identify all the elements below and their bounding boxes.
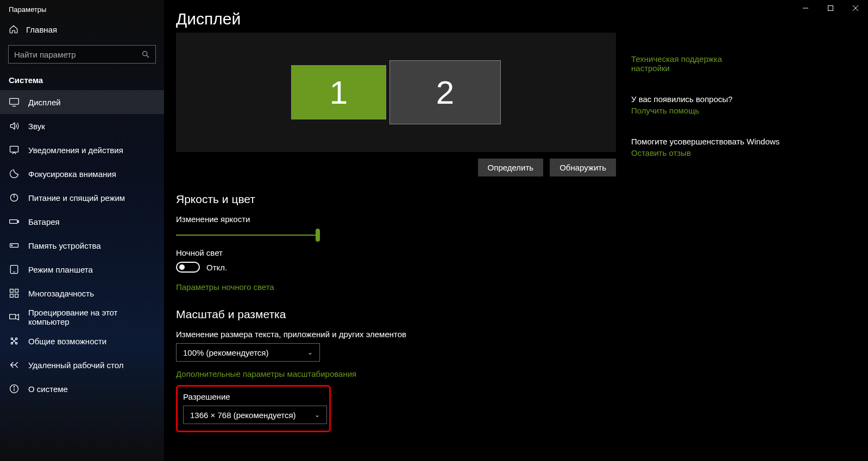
svg-rect-17 [10, 314, 16, 319]
project-icon [9, 312, 20, 323]
chevron-down-icon: ⌄ [307, 349, 313, 356]
nav-multitask[interactable]: Многозадачность [0, 281, 164, 305]
category-header: Система [0, 70, 164, 90]
nav-label: Звук [28, 122, 45, 131]
nav-notifications[interactable]: Уведомления и действия [0, 138, 164, 162]
monitor-2[interactable]: 2 [389, 60, 501, 124]
support-link[interactable]: Техническая поддержка настройки [631, 54, 816, 73]
minimize-button[interactable] [793, 0, 818, 16]
advanced-scale-link[interactable]: Дополнительные параметры масштабирования [176, 369, 356, 378]
search-box[interactable] [8, 45, 156, 64]
svg-rect-26 [828, 6, 833, 11]
svg-rect-8 [18, 220, 19, 222]
svg-rect-13 [10, 289, 14, 293]
main-area: Дисплей 1 2 Определить Обнаружить Яркост… [164, 0, 868, 461]
nav-label: Удаленный рабочий стол [28, 361, 123, 370]
nav-label: Батарея [28, 217, 60, 226]
svg-rect-4 [10, 146, 18, 152]
shared-icon [9, 336, 20, 346]
nav-label: Фокусировка внимания [28, 169, 116, 179]
sidebar: Параметры Главная Система Дисплей Звук У… [0, 0, 164, 461]
power-icon [9, 192, 20, 203]
nav-tablet[interactable]: Режим планшета [0, 257, 164, 281]
nav-label: Режим планшета [28, 265, 93, 274]
display-icon [9, 97, 20, 108]
resolution-highlight-box: Разрешение 1366 × 768 (рекомендуется) ⌄ [176, 385, 331, 432]
svg-point-0 [143, 52, 147, 56]
nav-power[interactable]: Питание и спящий режим [0, 186, 164, 210]
nav-about[interactable]: О системе [0, 377, 164, 401]
search-icon [141, 50, 150, 59]
monitor-arrange-area[interactable]: 1 2 [176, 33, 616, 152]
night-light-label: Ночной свет [176, 248, 631, 257]
storage-icon [9, 240, 20, 251]
scale-label: Изменение размера текста, приложений и д… [176, 330, 631, 339]
multitask-icon [9, 288, 20, 299]
night-light-toggle[interactable] [176, 262, 200, 273]
nav-label: Питание и спящий режим [28, 193, 125, 203]
svg-rect-14 [15, 289, 18, 293]
tablet-icon [9, 264, 20, 275]
svg-point-24 [14, 387, 14, 387]
home-button[interactable]: Главная [0, 18, 164, 41]
nav-battery[interactable]: Батарея [0, 210, 164, 233]
detect-button[interactable]: Обнаружить [550, 159, 616, 176]
svg-line-1 [147, 55, 149, 58]
nav-project[interactable]: Проецирование на этот компьютер [0, 305, 164, 329]
nav-label: Многозадачность [28, 289, 94, 298]
brightness-heading: Яркость и цвет [176, 193, 631, 206]
svg-rect-16 [15, 294, 18, 298]
svg-rect-2 [10, 98, 19, 104]
nav-display[interactable]: Дисплей [0, 90, 164, 114]
resolution-select[interactable]: 1366 × 768 (рекомендуется) ⌄ [183, 406, 327, 424]
remote-icon [9, 359, 20, 370]
chevron-down-icon: ⌄ [315, 411, 320, 419]
sound-icon [9, 121, 20, 131]
nav-label: Дисплей [28, 98, 61, 107]
nav-shared[interactable]: Общие возможности [0, 329, 164, 353]
questions-heading: У вас появились вопросы? [631, 94, 816, 104]
resolution-label: Разрешение [183, 392, 324, 401]
nav-remote[interactable]: Удаленный рабочий стол [0, 353, 164, 377]
monitor-1[interactable]: 1 [291, 65, 386, 119]
search-input[interactable] [9, 50, 141, 59]
nav-label: Проецирование на этот компьютер [28, 308, 155, 326]
feedback-link[interactable]: Оставить отзыв [631, 148, 816, 157]
nav-label: Память устройства [28, 241, 101, 250]
content: Дисплей 1 2 Определить Обнаружить Яркост… [164, 0, 631, 461]
night-light-settings-link[interactable]: Параметры ночного света [176, 282, 274, 292]
page-title: Дисплей [176, 10, 631, 28]
nav-label: Общие возможности [28, 337, 106, 346]
right-panel: Техническая поддержка настройки У вас по… [631, 0, 816, 461]
resolution-value: 1366 × 768 (рекомендуется) [190, 411, 296, 420]
scale-heading: Масштаб и разметка [176, 308, 631, 321]
identify-button[interactable]: Определить [478, 159, 544, 176]
nav-sound[interactable]: Звук [0, 114, 164, 138]
window-title: Параметры [0, 0, 164, 18]
nav-focus[interactable]: Фокусировка внимания [0, 162, 164, 186]
notifications-icon [9, 144, 20, 155]
get-help-link[interactable]: Получить помощь [631, 106, 816, 115]
window-controls [793, 0, 868, 16]
nav-label: Уведомления и действия [28, 146, 123, 155]
home-label: Главная [26, 25, 57, 34]
brightness-slider[interactable] [176, 235, 320, 236]
scale-value: 100% (рекомендуется) [183, 348, 268, 357]
night-light-state: Откл. [206, 263, 227, 272]
nav-storage[interactable]: Память устройства [0, 233, 164, 257]
svg-rect-15 [10, 294, 14, 298]
brightness-label: Изменение яркости [176, 214, 631, 224]
home-icon [9, 24, 18, 34]
maximize-button[interactable] [818, 0, 843, 16]
about-icon [9, 383, 20, 394]
focus-icon [9, 168, 20, 179]
battery-icon [9, 216, 20, 227]
nav-label: О системе [28, 384, 68, 394]
feedback-heading: Помогите усовершенствовать Windows [631, 137, 816, 146]
close-button[interactable] [843, 0, 868, 16]
svg-rect-7 [10, 220, 17, 224]
svg-point-10 [11, 245, 12, 246]
scale-select[interactable]: 100% (рекомендуется) ⌄ [176, 343, 320, 362]
